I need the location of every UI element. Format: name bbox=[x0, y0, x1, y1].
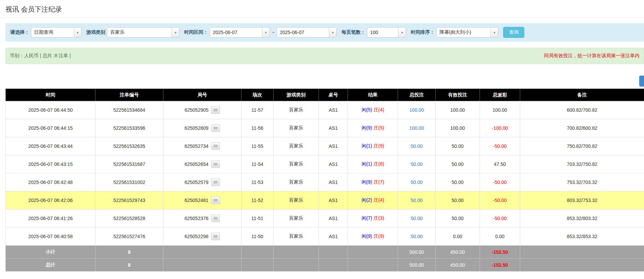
cell-table-code: AS1 bbox=[319, 210, 348, 228]
table-row: 2025-06-07 06:42:06 522561529743 6250524… bbox=[6, 191, 644, 210]
column-header: 总派彩 bbox=[480, 89, 520, 101]
cell-time: 2025-06-07 06:42:06 bbox=[6, 191, 96, 210]
cell-time: 2025-06-07 06:43:44 bbox=[6, 137, 96, 155]
total-bet-link[interactable]: 50.00 bbox=[411, 143, 423, 149]
cell-time: 2025-06-07 06:44:50 bbox=[6, 101, 96, 119]
table-header-row: 时间注单编号局号场次游戏类别桌号结果总投注有效投注总派彩备注 bbox=[6, 89, 644, 101]
video-replay-icon[interactable] bbox=[211, 233, 220, 240]
date-to-value: 2025-06-07 bbox=[277, 28, 329, 37]
date-range-separator: ~ bbox=[272, 30, 275, 35]
date-to-picker[interactable]: 2025-06-07 ▾ bbox=[277, 27, 337, 37]
result-player: 闲(2) bbox=[362, 197, 372, 203]
video-replay-icon[interactable] bbox=[211, 160, 220, 168]
cell-result: 闲(1)庄(9) bbox=[348, 137, 398, 155]
page-action-button[interactable] bbox=[639, 76, 644, 87]
round-id-text: 625052579 bbox=[185, 180, 208, 185]
game-type-value: 百家乐 bbox=[107, 28, 172, 37]
total-bet-link[interactable]: 100.00 bbox=[409, 107, 424, 113]
summary-cell bbox=[348, 246, 398, 259]
round-id-text: 625052481 bbox=[185, 198, 208, 203]
chevron-down-icon[interactable]: ▾ bbox=[172, 28, 179, 37]
cell-bet-id: 522561531687 bbox=[96, 155, 163, 173]
column-header: 有效投注 bbox=[436, 89, 480, 101]
game-type-select[interactable]: 百家乐 ▾ bbox=[107, 27, 179, 37]
video-replay-icon[interactable] bbox=[211, 142, 220, 150]
round-id-text: 625052654 bbox=[185, 161, 208, 167]
bet-records-table: 时间注单编号局号场次游戏类别桌号结果总投注有效投注总派彩备注 2025-06-0… bbox=[5, 89, 644, 272]
result-banker: 庄(4) bbox=[374, 107, 384, 112]
result-banker: 庄(4) bbox=[374, 197, 384, 203]
page-size-select[interactable]: 100 ▾ bbox=[367, 27, 406, 37]
cell-remark: 803.32/753.32 bbox=[520, 191, 644, 210]
round-id-text: 625052809 bbox=[185, 125, 208, 131]
chevron-down-icon[interactable]: ▾ bbox=[74, 28, 81, 37]
cell-valid-bet: 50.00 bbox=[436, 210, 480, 228]
summary-bar: 币别：人民币 | 总共 :8 注单 | 同局有效投注，统一计算在该局第一张注单内 bbox=[5, 48, 644, 64]
cell-bet-id: 522561527476 bbox=[96, 228, 163, 246]
result-banker: 庄(7) bbox=[374, 179, 384, 185]
total-bet-link[interactable]: 100.00 bbox=[409, 125, 424, 131]
cell-remark: 853.32/853.32 bbox=[520, 228, 644, 246]
table-row: 2025-06-07 06:44:15 522561533596 6250528… bbox=[6, 119, 644, 137]
cell-valid-bet: 50.00 bbox=[436, 155, 480, 173]
date-range-label: 时间区间： bbox=[184, 29, 208, 35]
table-footer: 小计8500.00450.00-152.50总计8500.00450.00-15… bbox=[6, 246, 644, 272]
video-replay-icon[interactable] bbox=[211, 197, 220, 204]
video-replay-icon[interactable] bbox=[211, 106, 220, 114]
cell-result: 闲(5)庄(4) bbox=[348, 101, 398, 119]
date-from-value: 2025-06-07 bbox=[210, 28, 262, 37]
search-button[interactable]: 查询 bbox=[503, 27, 524, 38]
cell-table-code: AS1 bbox=[319, 101, 348, 119]
cell-session: 11-51 bbox=[241, 210, 274, 228]
chevron-down-icon[interactable]: ▾ bbox=[398, 28, 406, 37]
cell-round-id: 625052654 bbox=[163, 155, 241, 173]
cell-payout: -50.00 bbox=[480, 137, 520, 155]
cell-payout: 0.00 bbox=[480, 228, 520, 246]
cell-bet-id: 522561533596 bbox=[96, 119, 163, 137]
query-type-select[interactable]: 日期查询 ▾ bbox=[31, 27, 82, 37]
cell-bet-id: 522561528528 bbox=[96, 210, 163, 228]
currency-total-text: 币别：人民币 | 总共 :8 注单 | bbox=[10, 53, 71, 59]
total-bet-link[interactable]: 50.00 bbox=[411, 161, 423, 167]
chevron-down-icon[interactable]: ▾ bbox=[262, 28, 269, 37]
video-replay-icon[interactable] bbox=[211, 124, 220, 132]
total-bet-link[interactable]: 50.00 bbox=[411, 180, 423, 185]
summary-cell: 8 bbox=[96, 246, 163, 259]
summary-cell bbox=[319, 259, 348, 272]
cell-total-bet: 50.00 bbox=[398, 210, 436, 228]
date-from-picker[interactable]: 2025-06-07 ▾ bbox=[210, 27, 270, 37]
cell-total-bet: 100.00 bbox=[398, 119, 436, 137]
total-bet-link[interactable]: 50.00 bbox=[411, 198, 423, 203]
column-header: 注单编号 bbox=[96, 89, 163, 101]
cell-game-type: 百家乐 bbox=[274, 228, 319, 246]
cell-table-code: AS1 bbox=[319, 155, 348, 173]
cell-session: 11-56 bbox=[241, 119, 274, 137]
video-replay-icon[interactable] bbox=[211, 215, 220, 222]
cell-time: 2025-06-07 06:40:58 bbox=[6, 228, 96, 246]
result-banker: 庄(9) bbox=[374, 143, 384, 149]
summary-cell bbox=[520, 246, 644, 259]
time-sort-value: 降幂(由大到小) bbox=[437, 28, 491, 37]
cell-bet-id: 522561531002 bbox=[96, 173, 163, 191]
cell-remark: 753.32/703.32 bbox=[520, 173, 644, 191]
column-header: 游戏类别 bbox=[274, 89, 319, 101]
page-size-value: 100 bbox=[367, 28, 398, 37]
time-sort-select[interactable]: 降幂(由大到小) ▾ bbox=[436, 27, 498, 37]
cell-total-bet: 100.00 bbox=[398, 101, 436, 119]
result-player: 闲(1) bbox=[362, 143, 372, 149]
total-bet-link[interactable]: 50.00 bbox=[411, 234, 423, 239]
cell-total-bet: 50.00 bbox=[398, 228, 436, 246]
chevron-down-icon[interactable]: ▾ bbox=[491, 28, 498, 37]
summary-cell: 450.00 bbox=[436, 259, 480, 272]
table-row: 2025-06-07 06:42:48 522561531002 6250525… bbox=[6, 173, 644, 191]
chevron-down-icon[interactable]: ▾ bbox=[329, 28, 336, 37]
result-banker: 庄(5) bbox=[374, 125, 384, 130]
table-body: 2025-06-07 06:44:50 522561534684 6250529… bbox=[6, 101, 644, 246]
cell-result: 闲(9)庄(5) bbox=[348, 119, 398, 137]
cell-table-code: AS1 bbox=[319, 119, 348, 137]
total-bet-link[interactable]: 50.00 bbox=[411, 216, 423, 221]
cell-bet-id: 522561529743 bbox=[96, 191, 163, 210]
cell-result: 闲(9)庄(7) bbox=[348, 173, 398, 191]
video-replay-icon[interactable] bbox=[211, 179, 220, 186]
summary-cell bbox=[520, 259, 644, 272]
